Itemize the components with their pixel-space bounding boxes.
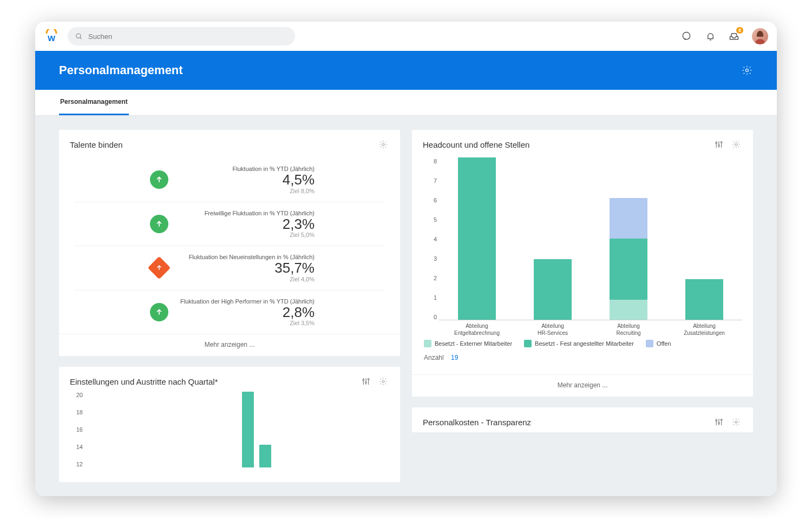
metric-label: Fluktuation der High Performer in % YTD … — [179, 298, 315, 305]
svg-point-10 — [382, 380, 384, 382]
x-axis-label: AbteilungEntgeltabrechnung — [444, 322, 509, 337]
svg-point-15 — [716, 420, 717, 421]
metric-value: 2,8% — [179, 305, 315, 320]
svg-point-17 — [721, 419, 722, 421]
card-einstellungen-austritte: Einstellungen und Austritte nach Quartal… — [59, 367, 400, 482]
metric-row[interactable]: Freiwillige Fluktuation in % YTD (Jährli… — [74, 202, 385, 247]
tab-personalmanagement[interactable]: Personalmanagement — [59, 90, 129, 115]
svg-point-1 — [76, 34, 81, 38]
bar[interactable] — [610, 198, 647, 320]
metric-value: 2,3% — [179, 216, 315, 232]
legend-label: Besetzt - Fest angestellter Mitarbeiter — [535, 340, 634, 347]
bar[interactable] — [458, 157, 496, 320]
legend-label: Besetzt - Externer Mitarbeiter — [435, 340, 512, 347]
legend-label: Offen — [657, 340, 671, 347]
sliders-icon[interactable] — [713, 139, 725, 150]
legend-item[interactable]: Besetzt - Fest angestellter Mitarbeiter — [524, 340, 634, 347]
dashboard-content: Talente binden Fluktuation in % YTD (Jäh… — [35, 116, 777, 496]
svg-point-8 — [365, 382, 367, 384]
chart-legend: Besetzt - Externer Mitarbeiter Besetzt -… — [423, 337, 742, 349]
svg-point-11 — [716, 142, 717, 144]
gear-icon[interactable] — [377, 139, 389, 150]
metric-label: Freiwillige Fluktuation in % YTD (Jährli… — [179, 210, 315, 216]
arrow-up-icon — [150, 303, 168, 321]
arrow-up-icon — [150, 170, 168, 189]
page-title: Personalmanagement — [59, 63, 183, 77]
show-more-link[interactable]: Mehr anzeigen ... — [412, 374, 753, 397]
card-title: Headcount und offene Stellen — [423, 140, 529, 149]
metric-value: 35,7% — [178, 260, 315, 276]
inbox-icon[interactable]: 8 — [728, 30, 740, 42]
bell-icon[interactable] — [704, 30, 716, 42]
metric-row[interactable]: Fluktuation in % YTD (Jährlich) 4,5% Zie… — [74, 158, 385, 202]
svg-point-3 — [683, 32, 690, 39]
app-logo[interactable]: W — [44, 29, 59, 44]
metric-target: Ziel 4,0% — [178, 276, 315, 282]
gear-icon[interactable] — [730, 139, 742, 150]
legend-item[interactable]: Besetzt - Externer Mitarbeiter — [424, 340, 512, 347]
metric-row[interactable]: Fluktuation bei Neueinstellungen in % (J… — [74, 246, 385, 291]
card-talente-binden: Talente binden Fluktuation in % YTD (Jäh… — [59, 130, 400, 356]
search-box[interactable] — [68, 27, 295, 45]
legend-item[interactable]: Offen — [646, 340, 671, 347]
bar[interactable] — [685, 279, 723, 320]
page-settings-gear-icon[interactable] — [741, 64, 753, 76]
search-icon — [75, 32, 83, 41]
topbar: W 8 — [35, 22, 777, 51]
search-input[interactable] — [88, 32, 287, 41]
svg-point-7 — [363, 379, 364, 381]
svg-point-18 — [735, 421, 737, 423]
card-personalkosten: Personalkosten - Transparenz — [412, 407, 753, 432]
page-header: Personalmanagement — [35, 51, 777, 90]
svg-point-16 — [718, 423, 720, 424]
card-title: Talente binden — [70, 140, 123, 149]
bar[interactable] — [534, 259, 572, 320]
x-axis-label: AbteilungRecruiting — [596, 322, 661, 337]
svg-point-9 — [368, 379, 369, 380]
summary-value: 19 — [451, 354, 458, 361]
metric-target: Ziel 5,0% — [179, 232, 315, 238]
chart-summary: Anzahl 19 — [423, 349, 742, 369]
avatar[interactable] — [752, 28, 768, 44]
card-title: Einstellungen und Austritte nach Quartal… — [70, 377, 218, 386]
arrow-up-warning-icon — [148, 256, 171, 279]
inbox-badge: 8 — [736, 27, 743, 34]
svg-text:W: W — [48, 34, 56, 43]
summary-label: Anzahl — [424, 354, 444, 361]
sliders-icon[interactable] — [360, 375, 372, 387]
x-axis-label: AbteilungZusatzleistungen — [672, 322, 737, 337]
show-more-link[interactable]: Mehr anzeigen ... — [59, 334, 400, 356]
metric-value: 4,5% — [179, 172, 315, 188]
bar[interactable] — [259, 445, 271, 467]
gear-icon[interactable] — [377, 375, 389, 387]
hires-chart: 2018161412 — [59, 392, 400, 467]
chat-icon[interactable] — [680, 30, 692, 42]
svg-point-12 — [718, 145, 720, 147]
svg-point-14 — [735, 143, 737, 146]
tab-bar: Personalmanagement — [35, 90, 777, 116]
svg-point-5 — [746, 69, 749, 72]
svg-point-6 — [382, 143, 384, 146]
svg-line-2 — [80, 37, 82, 39]
arrow-up-icon — [150, 215, 168, 233]
x-axis-label: AbteilungHR-Services — [520, 322, 585, 337]
gear-icon[interactable] — [730, 416, 742, 428]
headcount-chart: 876543210 AbteilungEntgeltabrechnungAbte… — [423, 158, 742, 337]
metric-target: Ziel 8,0% — [179, 188, 315, 194]
svg-point-13 — [721, 142, 722, 143]
card-headcount: Headcount und offene Stellen 876543210 A… — [412, 130, 753, 397]
topbar-actions: 8 — [680, 28, 768, 44]
card-title: Personalkosten - Transparenz — [423, 418, 531, 427]
bar[interactable] — [242, 392, 254, 467]
metric-row[interactable]: Fluktuation der High Performer in % YTD … — [74, 291, 385, 334]
sliders-icon[interactable] — [713, 416, 725, 428]
metric-target: Ziel 3,5% — [179, 320, 315, 326]
